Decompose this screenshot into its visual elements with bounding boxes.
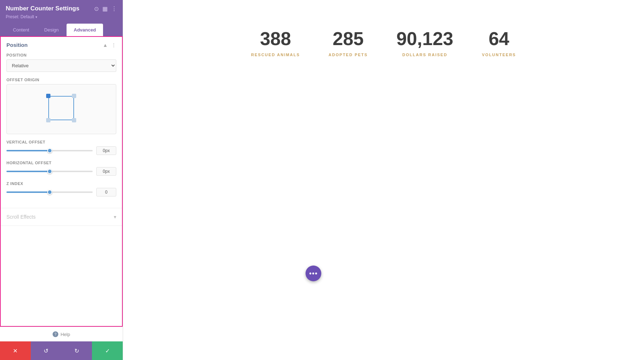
position-select[interactable]: Relative Static Absolute Fixed <box>6 59 116 72</box>
panel-tabs: Content Design Advanced <box>6 24 117 36</box>
main-area: 388 RESCUED ANIMALS 285 ADOPTED PETS 90,… <box>123 0 644 360</box>
tab-advanced[interactable]: Advanced <box>67 24 103 36</box>
vertical-offset-label: Vertical Offset <box>6 140 116 144</box>
chevron-down-icon: ▾ <box>114 214 116 220</box>
vertical-offset-input[interactable] <box>96 146 116 155</box>
position-section-content: Position Relative Static Absolute Fixed … <box>1 52 122 208</box>
horizontal-offset-field: Horizontal Offset <box>6 161 116 176</box>
counter-number-1: 388 <box>251 29 300 49</box>
horizontal-offset-slider-field <box>6 167 116 176</box>
origin-grid <box>42 89 81 129</box>
counter-adopted-pets: 285 ADOPTED PETS <box>328 29 368 57</box>
offset-origin-box <box>6 84 116 134</box>
counter-label-4: VOLUNTEERS <box>482 53 516 57</box>
section-header-icons: ▲ ⋮ <box>103 42 116 48</box>
save-icon: ✓ <box>105 347 110 354</box>
cancel-button[interactable]: ✕ <box>0 341 31 360</box>
offset-origin-field: Offset Origin <box>6 78 116 134</box>
origin-dot-bl[interactable] <box>46 118 50 122</box>
scroll-effects-title: Scroll Effects <box>6 214 35 220</box>
vertical-offset-field: Vertical Offset <box>6 140 116 155</box>
z-index-slider-field <box>6 188 116 196</box>
z-index-field: Z Index <box>6 181 116 196</box>
bottom-bar: ✕ ↺ ↻ ✓ <box>0 341 123 360</box>
origin-dot-tr[interactable] <box>72 94 76 98</box>
counter-label-1: RESCUED ANIMALS <box>251 53 300 57</box>
preset-label: Preset: Default <box>6 14 34 19</box>
tab-design[interactable]: Design <box>37 24 66 36</box>
redo-icon: ↻ <box>74 347 79 354</box>
panel-title-row: Number Counter Settings ⊙ ▦ ⋮ <box>6 5 117 12</box>
more-icon[interactable]: ⋮ <box>111 5 117 12</box>
counter-number-4: 64 <box>482 29 516 49</box>
z-index-track[interactable] <box>6 191 93 193</box>
save-button[interactable]: ✓ <box>92 341 123 360</box>
horizontal-offset-input[interactable] <box>96 167 116 176</box>
origin-dot-br[interactable] <box>72 118 76 122</box>
counter-volunteers: 64 VOLUNTEERS <box>482 29 516 57</box>
tab-content[interactable]: Content <box>6 24 36 36</box>
section-more-icon[interactable]: ⋮ <box>111 42 116 48</box>
position-section: Position ▲ ⋮ Position Relative Static Ab… <box>1 37 122 208</box>
panel-title: Number Counter Settings <box>6 5 79 12</box>
origin-dot-tl[interactable] <box>46 94 50 98</box>
counter-rescued-animals: 388 RESCUED ANIMALS <box>251 29 300 57</box>
counter-number-2: 285 <box>328 29 368 49</box>
panel-footer: ? Help <box>0 327 123 341</box>
counter-label-2: ADOPTED PETS <box>328 53 368 57</box>
preset-arrow: ▾ <box>35 15 37 19</box>
settings-icon[interactable]: ⊙ <box>94 5 99 12</box>
counters-section: 388 RESCUED ANIMALS 285 ADOPTED PETS 90,… <box>123 0 644 86</box>
offset-origin-label: Offset Origin <box>6 78 116 82</box>
left-panel: Number Counter Settings ⊙ ▦ ⋮ Preset: De… <box>0 0 123 360</box>
counter-label-3: DOLLARS RAISED <box>396 53 453 57</box>
collapse-icon[interactable]: ▲ <box>103 42 108 48</box>
help-label: Help <box>60 332 70 337</box>
origin-rect <box>48 96 74 120</box>
vertical-offset-track[interactable] <box>6 150 93 151</box>
position-label: Position <box>6 53 116 57</box>
columns-icon[interactable]: ▦ <box>102 5 108 12</box>
scroll-effects-section: Scroll Effects ▾ <box>1 208 122 226</box>
z-index-label: Z Index <box>6 181 116 186</box>
fab-button[interactable]: ••• <box>306 266 321 281</box>
panel-header: Number Counter Settings ⊙ ▦ ⋮ Preset: De… <box>0 0 123 36</box>
help-icon: ? <box>53 331 58 337</box>
panel-body: Position ▲ ⋮ Position Relative Static Ab… <box>0 36 123 327</box>
counter-number-3: 90,123 <box>396 29 453 49</box>
help-link[interactable]: ? Help <box>6 331 117 337</box>
horizontal-offset-label: Horizontal Offset <box>6 161 116 165</box>
cancel-icon: ✕ <box>13 347 18 354</box>
scroll-effects-header[interactable]: Scroll Effects ▾ <box>1 208 122 225</box>
vertical-offset-slider-field <box>6 146 116 155</box>
panel-title-icons: ⊙ ▦ ⋮ <box>94 5 117 12</box>
fab-icon: ••• <box>309 269 318 278</box>
position-section-title: Position <box>6 42 28 48</box>
redo-button[interactable]: ↻ <box>62 341 92 360</box>
panel-preset[interactable]: Preset: Default ▾ <box>6 14 117 19</box>
z-index-input[interactable] <box>96 188 116 196</box>
undo-button[interactable]: ↺ <box>31 341 62 360</box>
position-section-header: Position ▲ ⋮ <box>1 37 122 52</box>
undo-icon: ↺ <box>44 347 48 354</box>
counter-dollars-raised: 90,123 DOLLARS RAISED <box>396 29 453 57</box>
horizontal-offset-track[interactable] <box>6 171 93 172</box>
position-field: Position Relative Static Absolute Fixed <box>6 53 116 72</box>
